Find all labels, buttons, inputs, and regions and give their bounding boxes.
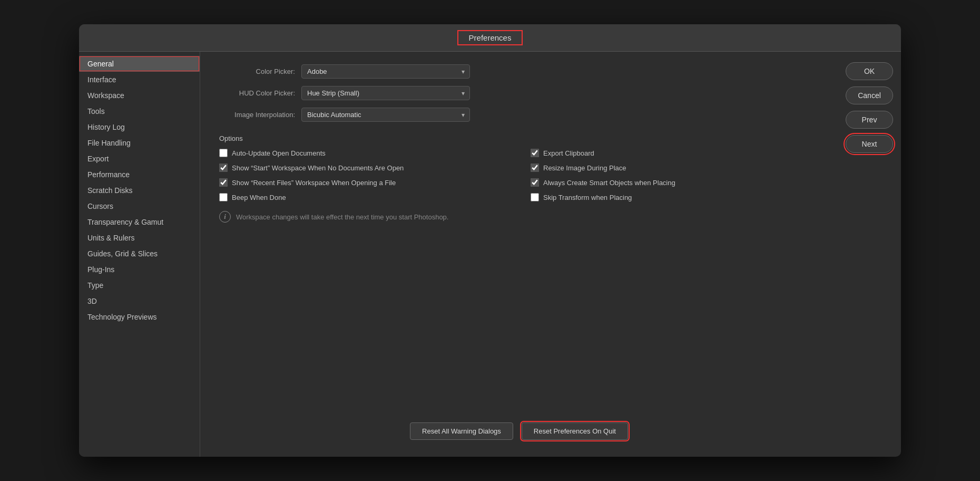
next-button[interactable]: Next [846,135,893,153]
options-section: Options Auto-Update Open DocumentsExport… [217,134,821,201]
reset-preferences-button[interactable]: Reset Preferences On Quit [522,422,628,440]
checkbox-label-beep-when-done: Beep When Done [232,194,286,201]
checkbox-row-show-start-workspace[interactable]: Show “Start” Workspace When No Documents… [219,163,509,172]
content-area: Color Picker: Adobe Windows HUD Color Pi… [200,52,838,457]
sidebar: GeneralInterfaceWorkspaceToolsHistory Lo… [79,52,200,457]
checkbox-beep-when-done[interactable] [219,193,228,201]
sidebar-item-export[interactable]: Export [79,151,200,167]
checkbox-row-beep-when-done[interactable]: Beep When Done [219,193,509,201]
color-picker-row: Color Picker: Adobe Windows [217,64,821,79]
color-picker-select[interactable]: Adobe Windows [301,64,470,79]
hud-color-picker-label: HUD Color Picker: [217,89,301,97]
checkbox-row-auto-update[interactable]: Auto-Update Open Documents [219,149,509,157]
checkbox-row-always-create-smart-objects[interactable]: Always Create Smart Objects when Placing [531,178,821,187]
checkbox-show-recent-files[interactable] [219,178,228,187]
bottom-buttons: Reset All Warning Dialogs Reset Preferen… [217,410,821,444]
checkbox-label-auto-update: Auto-Update Open Documents [232,149,326,157]
sidebar-item-3d[interactable]: 3D [79,293,200,309]
hud-color-picker-row: HUD Color Picker: Hue Strip (Small) Hue … [217,86,821,100]
ok-button[interactable]: OK [846,62,893,80]
image-interpolation-row: Image Interpolation: Bicubic Automatic N… [217,108,821,122]
image-interpolation-label: Image Interpolation: [217,111,301,119]
sidebar-item-scratch-disks[interactable]: Scratch Disks [79,182,200,198]
prev-button[interactable]: Prev [846,111,893,129]
sidebar-item-transparency-gamut[interactable]: Transparency & Gamut [79,214,200,230]
sidebar-item-units-rulers[interactable]: Units & Rulers [79,230,200,246]
checkbox-skip-transform[interactable] [531,193,539,201]
checkbox-always-create-smart-objects[interactable] [531,178,539,187]
dialog-title: Preferences [458,31,522,44]
checkbox-label-show-start-workspace: Show “Start” Workspace When No Documents… [232,164,404,172]
checkbox-label-resize-image: Resize Image During Place [543,164,626,172]
checkbox-resize-image[interactable] [531,163,539,172]
hud-color-picker-select[interactable]: Hue Strip (Small) Hue Strip (Medium) Hue… [301,86,470,100]
preferences-dialog: Preferences GeneralInterfaceWorkspaceToo… [79,24,901,457]
checkbox-show-start-workspace[interactable] [219,163,228,172]
checkbox-label-skip-transform: Skip Transform when Placing [543,194,632,201]
sidebar-item-workspace[interactable]: Workspace [79,88,200,103]
checkbox-row-resize-image[interactable]: Resize Image During Place [531,163,821,172]
options-title: Options [217,134,821,142]
sidebar-item-tools[interactable]: Tools [79,103,200,119]
right-buttons-panel: OK Cancel Prev Next [838,52,901,457]
checkbox-auto-update[interactable] [219,149,228,157]
checkbox-row-show-recent-files[interactable]: Show “Recent Files” Workspace When Openi… [219,178,509,187]
checkbox-label-export-clipboard: Export Clipboard [543,149,594,157]
options-grid: Auto-Update Open DocumentsExport Clipboa… [217,149,821,201]
sidebar-item-guides-grid-slices[interactable]: Guides, Grid & Slices [79,246,200,262]
info-icon: i [219,211,231,223]
sidebar-item-general[interactable]: General [79,56,200,72]
sidebar-item-type[interactable]: Type [79,277,200,293]
sidebar-item-file-handling[interactable]: File Handling [79,135,200,151]
title-bar: Preferences [79,24,901,52]
info-text: Workspace changes will take effect the n… [236,213,448,221]
checkbox-export-clipboard[interactable] [531,149,539,157]
dialog-body: GeneralInterfaceWorkspaceToolsHistory Lo… [79,52,901,457]
info-row: i Workspace changes will take effect the… [217,211,821,223]
sidebar-item-cursors[interactable]: Cursors [79,198,200,214]
sidebar-item-plug-ins[interactable]: Plug-Ins [79,262,200,277]
image-interpolation-select-wrapper: Bicubic Automatic Nearest Neighbor Bilin… [301,108,470,122]
checkbox-row-skip-transform[interactable]: Skip Transform when Placing [531,193,821,201]
hud-color-picker-select-wrapper: Hue Strip (Small) Hue Strip (Medium) Hue… [301,86,470,100]
cancel-button[interactable]: Cancel [846,86,893,104]
sidebar-item-interface[interactable]: Interface [79,72,200,88]
reset-warnings-button[interactable]: Reset All Warning Dialogs [410,422,513,440]
image-interpolation-select[interactable]: Bicubic Automatic Nearest Neighbor Bilin… [301,108,470,122]
color-picker-select-wrapper: Adobe Windows [301,64,470,79]
color-picker-label: Color Picker: [217,68,301,75]
sidebar-item-history-log[interactable]: History Log [79,119,200,135]
checkbox-row-export-clipboard[interactable]: Export Clipboard [531,149,821,157]
checkbox-label-show-recent-files: Show “Recent Files” Workspace When Openi… [232,179,396,187]
sidebar-item-technology-previews[interactable]: Technology Previews [79,309,200,325]
sidebar-item-performance[interactable]: Performance [79,167,200,182]
checkbox-label-always-create-smart-objects: Always Create Smart Objects when Placing [543,179,675,187]
